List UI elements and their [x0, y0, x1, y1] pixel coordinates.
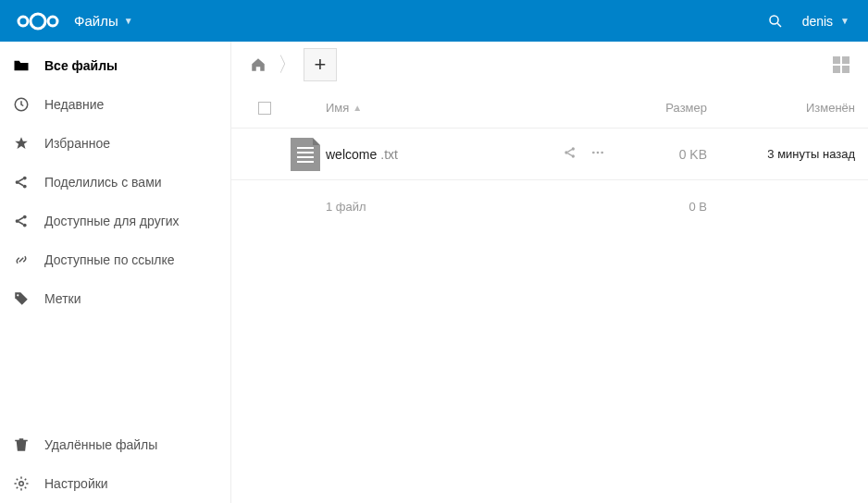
clock-icon	[13, 96, 30, 113]
sidebar-item-trash[interactable]: Удалённые файлы	[0, 425, 230, 464]
table-row[interactable]: welcome.txt 0 KB 3 минуты назад	[231, 129, 868, 180]
search-icon	[767, 13, 784, 30]
svg-point-12	[17, 294, 19, 296]
svg-point-0	[19, 17, 28, 26]
sidebar-item-label: Недавние	[44, 97, 104, 112]
svg-point-19	[601, 151, 603, 153]
column-header-size[interactable]: Размер	[605, 101, 707, 115]
folder-icon	[13, 57, 30, 74]
column-header-modified[interactable]: Изменён	[707, 101, 855, 115]
link-icon	[13, 252, 30, 268]
svg-line-4	[777, 23, 781, 27]
header-name-text: Имя	[326, 101, 349, 115]
star-icon	[13, 135, 30, 152]
sidebar-item-label: Доступные для других	[44, 214, 180, 228]
svg-point-1	[31, 14, 45, 29]
file-name: welcome	[326, 147, 377, 162]
gear-icon	[13, 475, 30, 492]
plus-icon: +	[315, 53, 327, 77]
share-action[interactable]	[563, 145, 577, 164]
more-action[interactable]	[590, 145, 605, 164]
file-table: Имя ▲ Размер Изменён welcome.txt	[231, 88, 868, 503]
svg-point-13	[19, 482, 24, 486]
sidebar-item-all-files[interactable]: Все файлы	[0, 46, 230, 85]
more-icon	[590, 145, 605, 160]
breadcrumb-bar: 〉 +	[231, 42, 868, 88]
summary-count: 1 файл	[326, 200, 366, 214]
sidebar-item-label: Избранное	[44, 136, 110, 151]
summary-size: 0 B	[605, 200, 707, 214]
share-icon	[13, 174, 30, 190]
logo-icon[interactable]	[15, 10, 61, 32]
sidebar-item-shared-with-you[interactable]: Поделились с вами	[0, 163, 230, 202]
sidebar-item-label: Метки	[44, 291, 81, 306]
sidebar-item-label: Поделились с вами	[44, 175, 162, 190]
breadcrumb-separator-icon: 〉	[278, 51, 298, 79]
content-area: 〉 + Имя ▲ Размер Изменён	[231, 42, 868, 503]
caret-down-icon: ▼	[124, 16, 133, 26]
sidebar-item-label: Настройки	[44, 476, 108, 491]
breadcrumb-home[interactable]	[244, 51, 272, 79]
app-label-text: Файлы	[74, 13, 118, 29]
sidebar-item-label: Удалённые файлы	[44, 437, 157, 452]
username-text: denis	[802, 14, 833, 29]
file-modified: 3 минуты назад	[707, 147, 855, 161]
select-all-checkbox[interactable]	[258, 102, 271, 115]
sidebar-item-tags[interactable]: Метки	[0, 279, 230, 318]
column-header-name[interactable]: Имя ▲	[326, 101, 522, 115]
text-file-icon	[291, 138, 320, 171]
view-toggle-grid[interactable]	[827, 51, 855, 79]
file-size: 0 KB	[605, 147, 707, 162]
sidebar-item-label: Все файлы	[44, 58, 118, 73]
search-button[interactable]	[758, 0, 793, 42]
trash-icon	[13, 436, 30, 453]
svg-point-2	[48, 17, 57, 26]
svg-point-3	[770, 16, 778, 24]
sidebar-item-label: Доступные по ссылке	[44, 252, 175, 267]
sidebar-item-shared-with-others[interactable]: Доступные для других	[0, 202, 230, 240]
sidebar-item-shared-by-link[interactable]: Доступные по ссылке	[0, 240, 230, 279]
file-ext: .txt	[380, 147, 398, 162]
sidebar-item-recent[interactable]: Недавние	[0, 85, 230, 124]
sidebar-item-settings[interactable]: Настройки	[0, 464, 230, 503]
new-button[interactable]: +	[304, 48, 337, 81]
sort-asc-icon: ▲	[353, 103, 362, 113]
share-icon	[13, 213, 30, 229]
share-icon	[563, 145, 577, 160]
tag-icon	[13, 290, 30, 307]
caret-down-icon: ▼	[840, 16, 849, 26]
svg-point-17	[592, 151, 595, 153]
sidebar: Все файлы Недавние Избранное Поделились …	[0, 42, 231, 503]
sidebar-item-favorites[interactable]: Избранное	[0, 124, 230, 163]
grid-icon	[833, 56, 849, 73]
table-summary: 1 файл 0 B	[231, 180, 868, 232]
user-menu[interactable]: denis ▼	[793, 0, 859, 42]
app-menu[interactable]: Файлы ▼	[74, 13, 133, 29]
svg-point-18	[597, 151, 600, 153]
table-header: Имя ▲ Размер Изменён	[231, 88, 868, 129]
home-icon	[250, 56, 267, 73]
app-header: Файлы ▼ denis ▼	[0, 0, 868, 42]
